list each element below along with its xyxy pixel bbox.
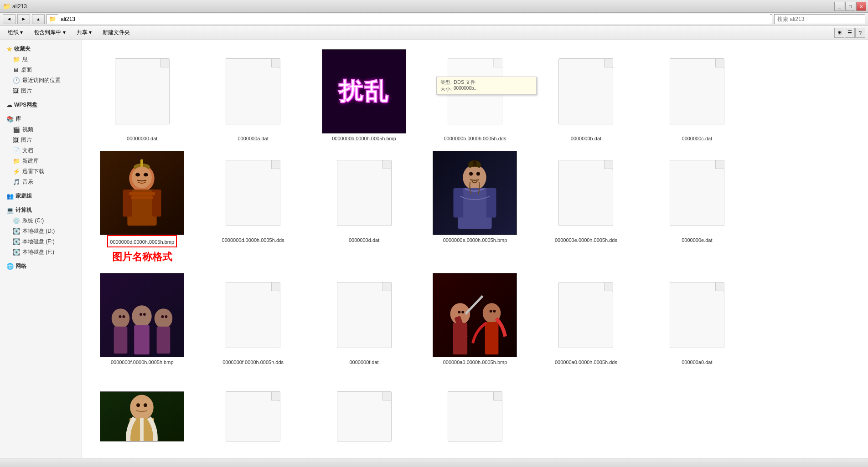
file-item-0000000d-bmp[interactable]: 0000000d.0000h.0005h.bmp 图片名称格式 <box>89 149 195 266</box>
svg-point-25 <box>132 305 152 327</box>
content-area[interactable]: 00000000.dat 0000000a.dat 扰乱 0000000b.00… <box>82 40 868 458</box>
close-button[interactable]: ✕ <box>856 2 866 11</box>
file-name: 0000000e.0000h.0005h.dds <box>555 237 617 243</box>
network-header[interactable]: 🌐 网络 <box>0 261 82 272</box>
file-item-0000000b-dat[interactable]: 0000000b.dat <box>533 47 639 144</box>
favorites-header[interactable]: ★ 收藏夹 <box>0 44 82 54</box>
back-button[interactable]: ◄ <box>3 14 16 24</box>
maximize-button[interactable]: □ <box>845 2 855 11</box>
file-item-bottom-3[interactable] <box>422 372 528 458</box>
share-button[interactable]: 共享 ▾ <box>72 27 97 39</box>
file-item-00000000-dat[interactable]: 00000000.dat <box>89 47 195 144</box>
svg-rect-8 <box>140 159 143 168</box>
generic-file-icon <box>337 391 392 441</box>
file-item-0000000d-dds[interactable]: 0000000d.0000h.0005h.dds <box>200 149 306 266</box>
file-item-0000000e-bmp[interactable]: 0000000e.0000h.0005h.bmp <box>422 149 528 266</box>
file-item-bottom-2[interactable] <box>311 372 417 458</box>
svg-point-9 <box>132 167 152 188</box>
sidebar-item-e-drive[interactable]: 💽 本地磁盘 (E:) <box>0 236 82 247</box>
help-button[interactable]: ? <box>855 28 865 38</box>
sidebar: ★ 收藏夹 📁 息 🖥 桌面 🕐 最近访问的位置 🖼 图片 <box>0 40 82 458</box>
tooltip: 类型: DDS 文件 大小: 0000000b... <box>436 77 537 95</box>
search-input[interactable] <box>774 14 865 24</box>
svg-point-47 <box>130 395 153 420</box>
organize-button[interactable]: 组织 ▾ <box>3 27 28 39</box>
file-thumbnail <box>654 151 740 235</box>
file-thumbnail <box>210 273 296 357</box>
generic-file-icon <box>226 160 280 226</box>
file-item-0000000b-dds[interactable]: 类型: DDS 文件 大小: 0000000b... 0000000b.0000… <box>422 47 528 144</box>
file-item-0000000d-dat[interactable]: 0000000d.dat <box>311 149 417 266</box>
file-thumbnail <box>210 151 296 235</box>
file-item-0000000b-bmp[interactable]: 扰乱 0000000b.0000h.0005h.bmp <box>311 47 417 144</box>
file-item-000000a0-bmp[interactable]: 000000a0.0000h.0005h.bmp <box>422 271 528 368</box>
new-folder-label: 新建文件夹 <box>103 29 130 36</box>
file-item-bottom-bmp[interactable] <box>89 372 195 458</box>
annotation-box: 0000000d.0000h.0005h.bmp <box>107 235 177 247</box>
sidebar-item-new-library[interactable]: 📁 新建库 <box>0 156 82 166</box>
file-item-bottom-1[interactable] <box>200 372 306 458</box>
homegroup-header[interactable]: 👥 家庭组 <box>0 191 82 201</box>
file-name: 0000000a.dat <box>238 135 268 142</box>
sidebar-item-c-drive[interactable]: 💿 系统 (C:) <box>0 216 82 226</box>
sidebar-item-d-drive[interactable]: 💽 本地磁盘 (D:) <box>0 226 82 236</box>
minimize-button[interactable]: _ <box>834 2 844 11</box>
sidebar-item-music[interactable]: 🎵 音乐 <box>0 177 82 187</box>
computer-header[interactable]: 💻 计算机 <box>0 205 82 216</box>
include-library-button[interactable]: 包含到库中 ▾ <box>29 27 70 39</box>
file-thumbnail: 类型: DDS 文件 大小: 0000000b... <box>432 49 518 133</box>
library-header[interactable]: 📚 库 <box>0 114 82 124</box>
include-library-label: 包含到库中 ▾ <box>34 29 65 36</box>
computer-label: 计算机 <box>16 206 32 214</box>
file-item-0000000a-dat[interactable]: 0000000a.dat <box>200 47 306 144</box>
sidebar-item-images[interactable]: 🖼 图片 <box>0 135 82 145</box>
sidebar-item-video[interactable]: 🎬 视频 <box>0 124 82 135</box>
sidebar-item-desktop[interactable]: 🖥 桌面 <box>0 65 82 75</box>
up-button[interactable]: ▲ <box>32 14 45 24</box>
generic-file-icon <box>670 160 724 226</box>
file-item-0000000e-dds[interactable]: 0000000e.0000h.0005h.dds <box>533 149 639 266</box>
sidebar-item-pictures[interactable]: 🖼 图片 <box>0 86 82 96</box>
wps-header[interactable]: ☁ WPS网盘 <box>0 100 82 110</box>
svg-rect-28 <box>157 326 170 353</box>
file-item-000000a0-dds[interactable]: 000000a0.0000h.0005h.dds <box>533 271 639 368</box>
svg-point-50 <box>144 404 147 407</box>
sidebar-item-xi[interactable]: 📁 息 <box>0 54 82 65</box>
computer-section: 💻 计算机 💿 系统 (C:) 💽 本地磁盘 (D:) 💽 本地磁盘 (E:) … <box>0 203 82 259</box>
file-item-0000000f-bmp[interactable]: 0000000f.0000h.0005h.bmp <box>89 271 195 368</box>
details-view-button[interactable]: ☰ <box>845 28 855 38</box>
view-buttons: ⊞ ☰ ? <box>834 28 865 38</box>
file-thumbnail <box>99 151 186 235</box>
file-thumbnail <box>210 375 296 458</box>
sidebar-item-docs[interactable]: 📄 文档 <box>0 145 82 156</box>
drive-d-icon: 💽 <box>13 228 20 235</box>
address-input[interactable] <box>58 14 770 24</box>
sidebar-item-thunder[interactable]: ⚡ 迅雷下载 <box>0 166 82 177</box>
annotated-file-name: 0000000d.0000h.0005h.bmp <box>110 239 174 245</box>
new-folder-button[interactable]: 新建文件夹 <box>98 27 135 39</box>
warrior-portrait <box>100 151 184 235</box>
large-icons-view-button[interactable]: ⊞ <box>834 28 844 38</box>
sidebar-item-f-drive[interactable]: 💽 本地磁盘 (F:) <box>0 247 82 257</box>
file-item-0000000f-dat[interactable]: 0000000f.dat <box>311 271 417 368</box>
file-thumbnail <box>542 151 629 235</box>
file-item-0000000c-dat[interactable]: 0000000c.dat <box>644 47 750 144</box>
file-thumbnail <box>99 273 186 357</box>
file-item-0000000e-dat[interactable]: 0000000e.dat <box>644 149 750 266</box>
svg-point-30 <box>123 315 125 318</box>
sidebar-item-recent[interactable]: 🕐 最近访问的位置 <box>0 75 82 86</box>
svg-point-34 <box>165 315 168 318</box>
generic-file-icon <box>558 282 613 348</box>
forward-button[interactable]: ► <box>17 14 30 24</box>
video-icon: 🎬 <box>13 126 20 133</box>
file-thumbnail <box>321 151 408 235</box>
network-icon: 🌐 <box>6 263 14 270</box>
annotation-label: 图片名称格式 <box>112 250 172 264</box>
file-name: 0000000b.0000h.0005h.bmp <box>332 135 396 142</box>
file-item-0000000f-dds[interactable]: 0000000f.0000h.0005h.dds <box>200 271 306 368</box>
generic-file-icon <box>558 58 613 124</box>
file-name: 00000000.dat <box>127 135 157 142</box>
file-thumbnail <box>432 273 518 357</box>
file-item-000000a0-dat[interactable]: 000000a0.dat <box>644 271 750 368</box>
file-name: 0000000c.dat <box>682 135 713 142</box>
